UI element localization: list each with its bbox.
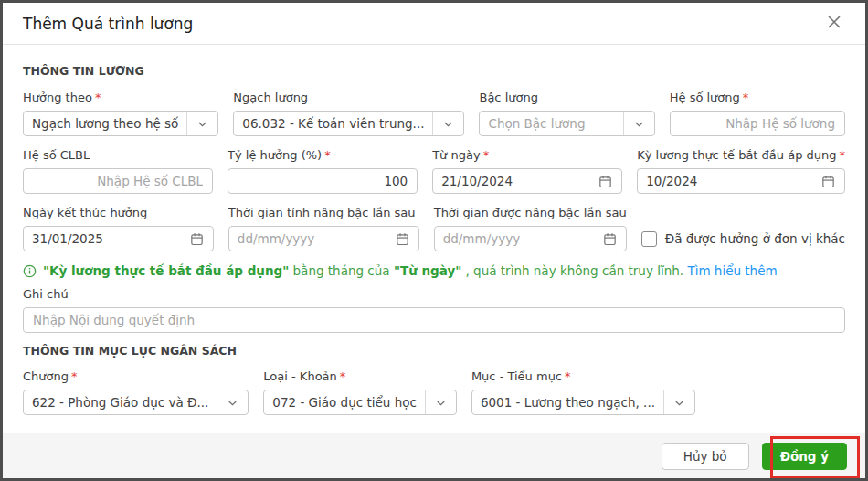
ty-le-huong-input[interactable] [228,168,418,194]
ngach-luong-value: 06.032 - Kế toán viên trung... [234,116,432,131]
calendar-icon [189,231,205,247]
ky-luong-thuc-te-label: Kỳ lương thực tế bắt đầu áp dụng [637,148,836,162]
field-he-so-luong: Hệ số lương* [670,90,845,136]
field-bac-luong: Bậc lương Chọn Bậc lương [479,90,654,136]
learn-more-link[interactable]: Tìm hiểu thêm [687,263,777,278]
required-marker: * [95,91,101,104]
field-ty-le-huong: Tỷ lệ hưởng (%)* [228,147,418,194]
dialog-title: Thêm Quá trình lương [23,15,193,33]
field-tu-ngay: Từ ngày* 21/10/2024 [432,147,622,194]
he-so-clbl-label: Hệ số CLBL [23,148,90,162]
tu-ngay-datepicker[interactable]: 21/10/2024 [432,168,622,194]
required-marker: * [743,91,749,104]
huong-theo-select[interactable]: Ngạch lương theo hệ số [23,111,218,136]
ngay-ket-thuc-label: Ngày kết thúc hưởng [23,206,147,219]
tu-ngay-value: 21/10/2024 [441,174,513,188]
loai-khoan-label: Loại - Khoản [263,369,336,383]
info-bold-1: "Kỳ lương thực tế bắt đầu áp dụng" [43,263,289,278]
close-button[interactable] [823,13,845,35]
bac-luong-placeholder: Chọn Bậc lương [480,116,622,131]
info-note: "Kỳ lương thực tế bắt đầu áp dụng" bằng … [23,262,845,279]
section-title-budget: THÔNG TIN MỤC LỤC NGÂN SÁCH [23,344,845,358]
tg-duoc-nang-bac-placeholder: dd/mm/yyyy [443,231,521,246]
huong-theo-label: Hưởng theo [23,91,92,104]
da-duoc-huong-label: Đã được hưởng ở đơn vị khác [665,231,845,246]
form-row-4: Chương* 622 - Phòng Giáo dục và Đ... Loạ… [23,369,845,426]
field-he-so-clbl: Hệ số CLBL [23,147,213,194]
field-muc-tieu-muc: Mục - Tiểu mục* 6001 - Lương theo ngạch,… [471,369,695,415]
muc-tieu-muc-value: 6001 - Lương theo ngạch, ... [472,395,663,410]
tg-tinh-nang-bac-label: Thời gian tính nâng bậc lần sau [228,206,416,219]
form-row-1: Hưởng theo* Ngạch lương theo hệ số Ngạch… [23,90,845,147]
he-so-luong-input[interactable] [670,111,845,136]
field-ghi-chu: Ghi chú [23,286,845,333]
required-marker: * [71,369,78,383]
muc-tieu-muc-select[interactable]: 6001 - Lương theo ngạch, ... [471,390,695,415]
field-ky-luong-thuc-te: Kỳ lương thực tế bắt đầu áp dụng* 10/202… [637,147,845,194]
loai-khoan-value: 072 - Giáo dục tiểu học [264,395,425,410]
calendar-icon [602,231,618,247]
ky-luong-thuc-te-value: 10/2024 [646,174,697,188]
ghi-chu-label: Ghi chú [23,287,69,301]
calendar-icon [598,174,613,189]
tg-duoc-nang-bac-datepicker[interactable]: dd/mm/yyyy [434,226,627,251]
form-row-3: Ngày kết thúc hưởng 31/01/2025 Thời gian… [23,205,845,262]
dialog-footer: Hủy bỏ Đồng ý [3,433,865,478]
info-bold-2: "Từ ngày" [394,263,461,278]
field-chuong: Chương* 622 - Phòng Giáo dục và Đ... [23,369,249,415]
checkbox-icon [641,231,657,247]
chevron-down-icon [663,390,694,414]
section-title-salary: THÔNG TIN LƯƠNG [23,64,845,78]
required-marker: * [483,148,490,162]
info-text-2: , quá trình này không cần truy lĩnh. [461,263,687,278]
ty-le-huong-label: Tỷ lệ hưởng (%) [228,148,322,162]
info-note-text: "Kỳ lương thực tế bắt đầu áp dụng" bằng … [43,262,778,279]
field-huong-theo: Hưởng theo* Ngạch lương theo hệ số [23,90,218,136]
he-so-luong-label: Hệ số lương [670,91,740,104]
empty-cell [710,369,845,415]
chuong-select[interactable]: 622 - Phòng Giáo dục và Đ... [23,390,249,415]
calendar-icon [820,174,836,189]
ngay-ket-thuc-value: 31/01/2025 [32,231,103,246]
ghi-chu-input[interactable] [23,307,845,333]
tu-ngay-label: Từ ngày [432,148,480,162]
calendar-icon [395,231,410,247]
required-marker: * [340,369,346,383]
ngay-ket-thuc-datepicker[interactable]: 31/01/2025 [23,226,214,251]
ngach-luong-label: Ngạch lương [233,91,308,104]
ngach-luong-select[interactable]: 06.032 - Kế toán viên trung... [233,111,464,136]
field-loai-khoan: Loại - Khoản* 072 - Giáo dục tiểu học [263,369,457,415]
dialog-header: Thêm Quá trình lương [3,3,865,45]
info-icon [23,262,37,279]
confirm-button[interactable]: Đồng ý [762,443,847,470]
field-tg-tinh-nang-bac: Thời gian tính nâng bậc lần sau dd/mm/yy… [228,205,419,251]
da-duoc-huong-checkbox[interactable]: Đã được hưởng ở đơn vị khác [641,226,845,251]
chevron-down-icon [623,112,654,135]
required-marker: * [565,369,571,383]
chevron-down-icon [217,390,248,414]
field-ngach-luong: Ngạch lương 06.032 - Kế toán viên trung.… [233,90,464,136]
chevron-down-icon [432,112,463,135]
chevron-down-icon [186,112,217,135]
tg-duoc-nang-bac-label: Thời gian được nâng bậc lần sau [434,206,627,219]
muc-tieu-muc-label: Mục - Tiểu mục [471,369,562,383]
required-marker: * [324,148,331,162]
loai-khoan-select[interactable]: 072 - Giáo dục tiểu học [263,390,457,415]
ky-luong-thuc-te-datepicker[interactable]: 10/2024 [637,168,845,194]
cancel-button[interactable]: Hủy bỏ [662,443,749,470]
close-icon [826,14,842,34]
chuong-label: Chương [23,369,69,383]
field-tg-duoc-nang-bac: Thời gian được nâng bậc lần sau dd/mm/yy… [434,205,627,251]
tg-tinh-nang-bac-datepicker[interactable]: dd/mm/yyyy [228,226,419,251]
field-ngay-ket-thuc: Ngày kết thúc hưởng 31/01/2025 [23,205,214,251]
add-salary-process-dialog: Thêm Quá trình lương THÔNG TIN LƯƠNG Hưở… [0,0,868,481]
he-so-clbl-input[interactable] [23,168,213,194]
tg-tinh-nang-bac-placeholder: dd/mm/yyyy [238,231,315,246]
huong-theo-value: Ngạch lương theo hệ số [24,116,186,131]
form-row-2: Hệ số CLBL Tỷ lệ hưởng (%)* Từ ngày* 21/… [23,147,845,205]
bac-luong-select[interactable]: Chọn Bậc lương [479,111,654,136]
required-marker: * [840,148,846,162]
field-da-duoc-huong: Đã được hưởng ở đơn vị khác [641,205,845,251]
chuong-value: 622 - Phòng Giáo dục và Đ... [24,395,217,410]
chevron-down-icon [425,390,456,414]
